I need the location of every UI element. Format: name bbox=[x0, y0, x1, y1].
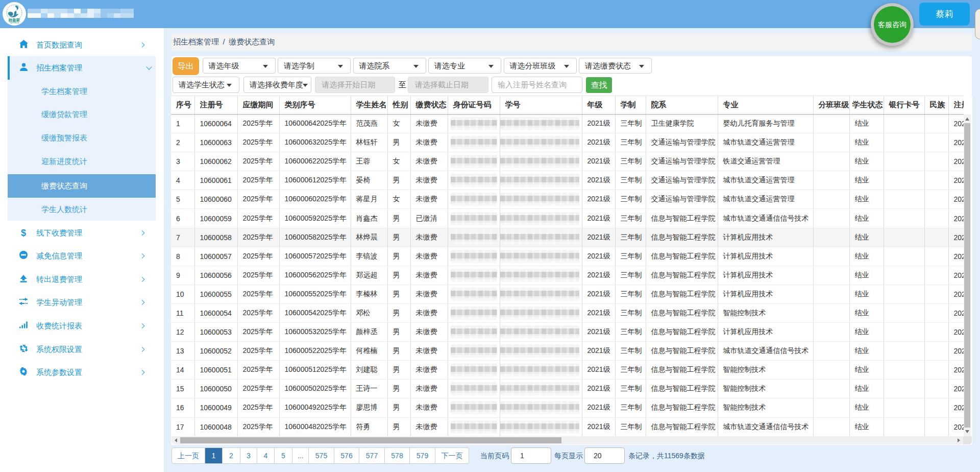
svg-text:XIAOYINGJIA: XIAOYINGJIA bbox=[10, 22, 19, 24]
